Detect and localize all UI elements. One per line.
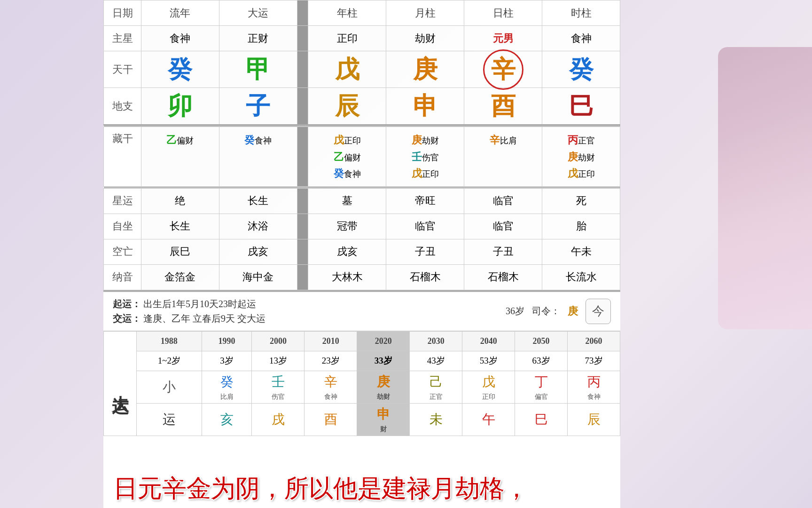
tiangan-nianzhu: 戊 bbox=[308, 51, 386, 88]
annotation-text: 日元辛金为阴，所以他是建禄月劫格， bbox=[113, 473, 528, 506]
dayun-age-5: 33岁 bbox=[357, 351, 410, 371]
qiyun-age: 36岁 bbox=[506, 305, 524, 318]
qiyun-line1: 起运： 出生后1年5月10天23时起运 bbox=[113, 298, 265, 310]
separator8 bbox=[297, 239, 308, 264]
xingyun-rizhu: 临官 bbox=[464, 188, 542, 214]
dayun-year-2020: 2020 bbox=[357, 331, 410, 351]
dayun-age-row: 1~2岁 3岁 13岁 23岁 33岁 43岁 53岁 63岁 73岁 bbox=[104, 351, 620, 371]
zg-shi-2: 庚劫财 bbox=[545, 149, 617, 165]
dayun-dz-7: 午 bbox=[462, 403, 515, 436]
xingyun-dayun: 长生 bbox=[219, 188, 297, 214]
dayun-row: 大运 1988 1990 2000 2010 2020 2030 2040 20… bbox=[104, 331, 620, 351]
today-icon[interactable]: 今 bbox=[586, 299, 611, 324]
tiangan-shizhu-char: 癸 bbox=[545, 56, 617, 83]
dayun-year-2060: 2060 bbox=[568, 331, 620, 351]
nayin-rizhu: 石榴木 bbox=[464, 264, 542, 290]
dayun-tg-3: 壬 伤官 bbox=[252, 371, 304, 403]
jiaoyun-text: 逢庚、乙年 立春后9天 交大运 bbox=[143, 313, 265, 324]
kongwang-rizhu: 子丑 bbox=[464, 239, 542, 264]
kongwang-liuyun: 辰巳 bbox=[141, 239, 219, 264]
zhuxing-rizhu: 元男 bbox=[464, 26, 542, 51]
zg-liuyun-1: 乙偏财 bbox=[144, 132, 217, 148]
qiyun-siling-char: 庚 bbox=[568, 304, 578, 318]
zg-shi-1: 丙正官 bbox=[545, 132, 617, 148]
kongwang-label: 空亡 bbox=[104, 239, 141, 264]
zg-ri-1: 辛比肩 bbox=[467, 132, 539, 148]
dizhi-row: 地支 卯 子 辰 申 酉 巳 bbox=[104, 88, 620, 125]
dizhi-rizhu-char: 酉 bbox=[467, 93, 539, 119]
header-liuyun: 流年 bbox=[141, 0, 219, 26]
dayun-age-2: 3岁 bbox=[202, 351, 252, 371]
dayun-tg-9: 丙 食神 bbox=[568, 371, 620, 403]
zg-yue-2: 壬伤官 bbox=[389, 149, 461, 165]
zizuo-dayun: 沐浴 bbox=[219, 214, 297, 239]
dayun-tg-6: 己 正官 bbox=[410, 371, 462, 403]
dayun-age-9: 73岁 bbox=[568, 351, 620, 371]
dayun-dz-5: 申 财 bbox=[357, 403, 410, 436]
xingyun-yuezhu: 帝旺 bbox=[386, 188, 464, 214]
dayun-age-1: 1~2岁 bbox=[137, 351, 202, 371]
dizhi-rizhu: 酉 bbox=[464, 88, 542, 125]
zizuo-label: 自坐 bbox=[104, 214, 141, 239]
header-dayun: 大运 bbox=[219, 0, 297, 26]
dizhi-shizhu-char: 巳 bbox=[545, 93, 617, 119]
dizhi-shizhu: 巳 bbox=[542, 88, 620, 125]
zizuo-row: 自坐 长生 沐浴 冠带 临官 临官 胎 bbox=[104, 214, 620, 239]
qiyun-label: 起运： bbox=[113, 299, 141, 309]
separator5 bbox=[297, 127, 308, 187]
dizhi-yuezhu-char: 申 bbox=[389, 93, 461, 119]
separator2 bbox=[297, 26, 308, 51]
zhuxing-shizhu: 食神 bbox=[542, 26, 620, 51]
dayun-tg-2: 癸 比肩 bbox=[202, 371, 252, 403]
header-label: 日期 bbox=[104, 0, 141, 26]
dayun-year-2030: 2030 bbox=[410, 331, 462, 351]
dayun-year-1988: 1988 bbox=[137, 331, 202, 351]
dizhi-dayun-char: 子 bbox=[222, 93, 295, 119]
dayun-big-label: 大运 bbox=[104, 331, 137, 436]
nayin-row: 纳音 金箔金 海中金 大林木 石榴木 石榴木 长流水 bbox=[104, 264, 620, 290]
dayun-dz-row: 运 亥 戌 酉 申 财 未 午 bbox=[104, 403, 620, 436]
kongwang-yuezhu: 子丑 bbox=[386, 239, 464, 264]
zanggan-rizhu: 辛比肩 bbox=[464, 127, 542, 187]
zg-yue-3: 戊正印 bbox=[389, 165, 461, 182]
tiangan-nianzhu-char: 戊 bbox=[311, 56, 383, 83]
header-yuezhu: 月柱 bbox=[386, 0, 464, 26]
dizhi-nianzhu: 辰 bbox=[308, 88, 386, 125]
kongwang-row: 空亡 辰巳 戌亥 戌亥 子丑 子丑 午未 bbox=[104, 239, 620, 264]
xingyun-label: 星运 bbox=[104, 188, 141, 214]
zg-yue-1: 庚劫财 bbox=[389, 132, 461, 148]
zanggan-label: 藏干 bbox=[104, 127, 141, 187]
separator bbox=[297, 0, 308, 26]
separator9 bbox=[297, 264, 308, 290]
zhuxing-nianzhu: 正印 bbox=[308, 26, 386, 51]
tiangan-row: 天干 癸 甲 戊 庚 辛 癸 bbox=[104, 51, 620, 88]
dayun-dz-1: 运 bbox=[137, 403, 202, 436]
nayin-yuezhu: 石榴木 bbox=[386, 264, 464, 290]
qiyun-siling-label: 司令： bbox=[532, 305, 560, 318]
dayun-age-3: 13岁 bbox=[252, 351, 304, 371]
dayun-tg-5: 庚 劫财 bbox=[357, 371, 410, 403]
tiangan-rizhu: 辛 bbox=[464, 51, 542, 88]
qiyun-line2: 交运： 逢庚、乙年 立春后9天 交大运 bbox=[113, 312, 265, 325]
dayun-year-2050: 2050 bbox=[515, 331, 568, 351]
zizuo-nianzhu: 冠带 bbox=[308, 214, 386, 239]
zg-nian-2: 乙偏财 bbox=[311, 149, 383, 165]
right-decoration bbox=[680, 0, 812, 508]
dayun-tg-4: 辛 食神 bbox=[304, 371, 357, 403]
bazi-table: 日期 流年 大运 年柱 月柱 日柱 时柱 主星 食神 正财 正印 劫财 元男 食… bbox=[103, 0, 620, 290]
dayun-table: 大运 1988 1990 2000 2010 2020 2030 2040 20… bbox=[103, 331, 620, 436]
qiyun-left: 起运： 出生后1年5月10天23时起运 交运： 逢庚、乙年 立春后9天 交大运 bbox=[113, 298, 265, 325]
zanggan-dayun: 癸食神 bbox=[219, 127, 297, 187]
zizuo-rizhu: 临官 bbox=[464, 214, 542, 239]
nayin-liuyun: 金箔金 bbox=[141, 264, 219, 290]
nayin-label: 纳音 bbox=[104, 264, 141, 290]
dayun-dz-8: 巳 bbox=[515, 403, 568, 436]
dizhi-label: 地支 bbox=[104, 88, 141, 125]
tiangan-rizhu-char: 辛 bbox=[491, 56, 515, 83]
separator3 bbox=[297, 51, 308, 88]
dayun-dz-9: 辰 bbox=[568, 403, 620, 436]
dayun-dz-4: 酉 bbox=[304, 403, 357, 436]
zanggan-liuyun: 乙偏财 bbox=[141, 127, 219, 187]
dayun-dz-3: 戌 bbox=[252, 403, 304, 436]
header-nianzhu: 年柱 bbox=[308, 0, 386, 26]
